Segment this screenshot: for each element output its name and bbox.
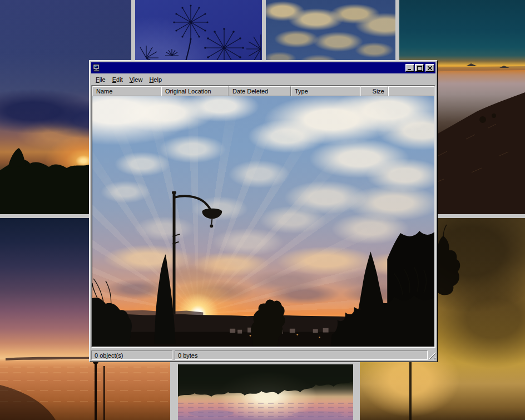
menubar: File Edit View Help [91,73,435,85]
column-header-date-deleted[interactable]: Date Deleted [229,86,291,96]
titlebar[interactable] [91,62,435,73]
showthrough-lamppost-sunset-photo [92,96,434,347]
menu-file[interactable]: File [92,75,109,84]
close-icon [428,66,432,70]
photo-silhouettes [92,96,434,347]
tree-reflections [178,364,353,420]
maximize-icon [417,66,422,71]
status-object-count: 0 object(s) [91,350,172,360]
resize-grip-icon[interactable] [428,352,435,359]
column-header-name[interactable]: Name [92,86,161,96]
column-header-size[interactable]: Size [360,86,388,96]
list-content-area[interactable] [92,96,434,347]
recycle-bin-window: File Edit View Help Name Original Locati… [89,60,438,362]
list-view: Name Original Location Date Deleted Type… [91,85,435,348]
computer-icon [92,64,101,72]
menu-help[interactable]: Help [146,75,165,84]
close-button[interactable] [425,64,434,72]
menu-view[interactable]: View [126,75,146,84]
minimize-icon [408,66,412,71]
status-bar: 0 object(s) 0 bytes [91,348,435,360]
menu-edit[interactable]: Edit [109,75,126,84]
column-header-original-location[interactable]: Original Location [161,86,229,96]
status-size: 0 bytes [175,350,428,360]
minimize-button[interactable] [405,64,414,72]
column-headers: Name Original Location Date Deleted Type… [92,86,434,96]
column-header-filler [388,86,434,96]
titlebar-buttons [405,64,434,72]
wallpaper-photo-forest-reflection [178,364,353,420]
maximize-button[interactable] [415,64,424,72]
column-header-type[interactable]: Type [291,86,360,96]
